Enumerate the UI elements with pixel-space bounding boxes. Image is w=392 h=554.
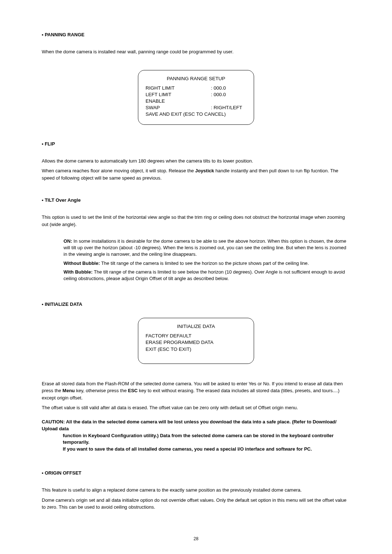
menu-value: : RIGHT/LEFT (211, 104, 242, 111)
initialize-data-menu: INITIALIZE DATA FACTORY DEFAULT ERASE PR… (138, 318, 254, 364)
origin-paragraph-2: Dome camera's origin set and all data in… (42, 497, 350, 511)
menu-row: ENABLE (146, 98, 246, 104)
menu-row: SWAP : RIGHT/LEFT (146, 104, 246, 111)
menu-row: RIGHT LIMIT : 000.0 (146, 85, 246, 91)
menu-value: : 000.0 (211, 85, 226, 91)
without-bubble-text: The tilt range of the camera is limited … (100, 260, 309, 266)
with-bubble-label: With Bubble: (64, 269, 93, 275)
caution-line-1: All the data in the selected dome camera… (42, 419, 336, 431)
section-flip-title: • FLIP (42, 141, 350, 147)
section-initialize-title: • INITIALIZE DATA (42, 301, 350, 307)
menu-row: LEFT LIMIT : 000.0 (146, 91, 246, 98)
menu-label: SAVE AND EXIT (ESC TO CANCEL) (146, 111, 226, 118)
with-bubble-text: The tilt range of the camera is limited … (64, 269, 345, 281)
section-origin-title: • ORIGIN OFFSET (42, 470, 350, 476)
tilt-on: ON: In some installations it is desirabl… (64, 238, 350, 258)
menu-title: INITIALIZE DATA (146, 324, 246, 329)
flip-paragraph-2: When camera reaches floor alone moving o… (42, 167, 350, 181)
menu-title: PANNING RANGE SETUP (146, 76, 246, 81)
page-number: 28 (0, 536, 392, 541)
menu-bold: Menu (62, 388, 75, 393)
caution-block: CAUTION: All the data in the selected do… (42, 419, 350, 453)
text: When camera reaches floor alone moving o… (42, 168, 195, 173)
menu-label: RIGHT LIMIT (146, 85, 211, 91)
text: key, otherwise press the (75, 388, 128, 393)
tilt-paragraph: This option is used to set the limit of … (42, 214, 350, 228)
section-panning-title: • PANNING RANGE (42, 32, 350, 37)
tilt-with-bubble: With Bubble: The tilt range of the camer… (64, 269, 350, 282)
origin-paragraph-1: This feature is useful to align a replac… (42, 487, 350, 494)
esc-bold: ESC (128, 388, 138, 393)
on-label: ON: (64, 238, 72, 244)
caution-lead: CAUTION: (42, 419, 66, 424)
menu-label: ERASE PROGRAMMED DATA (146, 339, 213, 346)
joystick-bold: Joystick (195, 168, 214, 173)
caution-line-3: If you want to save the data of all inst… (42, 446, 350, 453)
init-paragraph-2: The offset value is still valid after al… (42, 404, 350, 411)
tilt-without-bubble: Without Bubble: The tilt range of the ca… (64, 260, 350, 267)
menu-row: SAVE AND EXIT (ESC TO CANCEL) (146, 111, 246, 118)
flip-paragraph-1: Allows the dome camera to automatically … (42, 157, 350, 165)
menu-label: SWAP (146, 104, 211, 111)
caution-line-2: function in Keyboard Configuration utili… (42, 432, 350, 446)
menu-label: ENABLE (146, 98, 211, 104)
init-paragraph-1: Erase all stored data from the Flash-ROM… (42, 380, 350, 402)
panning-range-menu: PANNING RANGE SETUP RIGHT LIMIT : 000.0 … (138, 70, 254, 125)
menu-label: FACTORY DEFAULT (146, 333, 192, 339)
panning-paragraph: When the dome camera is installed near w… (42, 48, 350, 56)
menu-label: EXIT (ESC TO EXIT) (146, 346, 191, 353)
menu-row: ERASE PROGRAMMED DATA (146, 339, 246, 346)
menu-row: FACTORY DEFAULT (146, 333, 246, 339)
section-tilt-title: • TILT Over Angle (42, 197, 350, 203)
without-bubble-label: Without Bubble: (64, 260, 100, 266)
tilt-definitions: ON: In some installations it is desirabl… (42, 238, 350, 282)
menu-row: EXIT (ESC TO EXIT) (146, 346, 246, 353)
on-text: In some installations it is desirable fo… (64, 238, 346, 257)
menu-label: LEFT LIMIT (146, 91, 211, 98)
menu-value: : 000.0 (211, 91, 226, 98)
